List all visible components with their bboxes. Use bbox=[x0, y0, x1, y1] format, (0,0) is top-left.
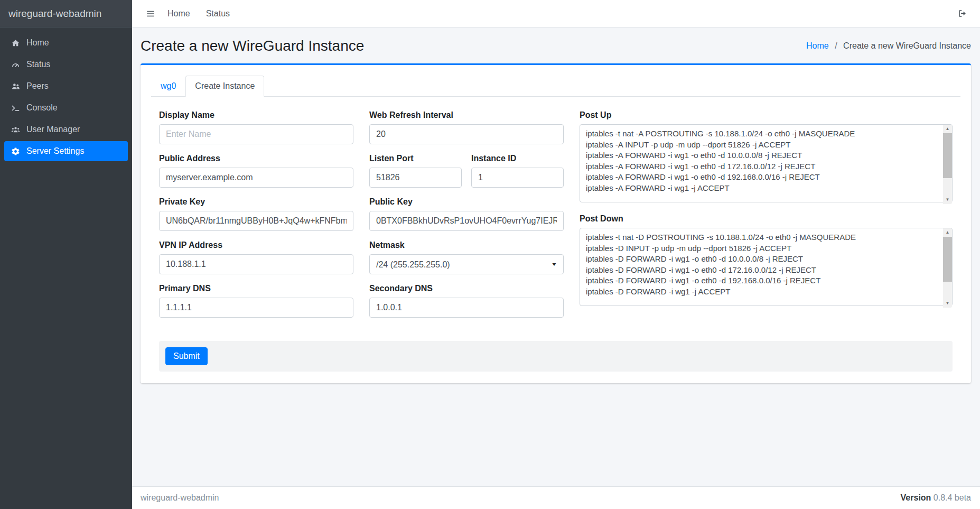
page-title: Create a new WireGuard Instance bbox=[141, 37, 364, 55]
display-name-label: Display Name bbox=[159, 110, 353, 120]
topnav-link-home[interactable]: Home bbox=[160, 6, 198, 22]
app-root: wireguard-webadmin Home Status Peers bbox=[0, 0, 980, 509]
sidebar-item-peers[interactable]: Peers bbox=[4, 76, 128, 96]
brand[interactable]: wireguard-webadmin bbox=[0, 0, 132, 27]
instance-id-label: Instance ID bbox=[471, 154, 564, 163]
scroll-down-icon[interactable]: ▼ bbox=[943, 196, 952, 204]
secondary-dns-group: Secondary DNS bbox=[369, 284, 564, 318]
sidebar-item-label: User Manager bbox=[26, 125, 80, 134]
breadcrumb-current: Create a new WireGuard Instance bbox=[843, 41, 971, 50]
web-refresh-group: Web Refresh Interval bbox=[369, 110, 564, 144]
sidebar-item-label: Server Settings bbox=[26, 146, 84, 156]
netmask-select-wrap: /24 (255.255.255.0) ▼ bbox=[369, 254, 564, 274]
post-down-wrap: iptables -t nat -D POSTROUTING -s 10.188… bbox=[580, 228, 953, 308]
primary-dns-field[interactable] bbox=[159, 298, 353, 318]
submit-bar: Submit bbox=[159, 341, 953, 372]
instance-id-group: Instance ID bbox=[471, 154, 564, 188]
tab-content: Display Name Public Address Private Key bbox=[151, 97, 960, 372]
netmask-label: Netmask bbox=[369, 240, 564, 250]
display-name-field[interactable] bbox=[159, 124, 353, 144]
gears-icon bbox=[10, 147, 21, 156]
netmask-select[interactable]: /24 (255.255.255.0) bbox=[369, 254, 564, 274]
breadcrumb-home-link[interactable]: Home bbox=[806, 41, 829, 50]
scroll-track[interactable] bbox=[943, 133, 952, 196]
sidebar-item-status[interactable]: Status bbox=[4, 54, 128, 75]
web-refresh-label: Web Refresh Interval bbox=[369, 110, 564, 120]
user-group-icon bbox=[10, 125, 21, 134]
private-key-group: Private Key bbox=[159, 197, 353, 231]
secondary-dns-field[interactable] bbox=[369, 298, 564, 318]
instance-card: wg0 Create Instance Display Name bbox=[141, 63, 971, 383]
sidebar: wireguard-webadmin Home Status Peers bbox=[0, 0, 132, 509]
post-up-field[interactable]: iptables -t nat -A POSTROUTING -s 10.188… bbox=[580, 124, 953, 202]
post-down-scrollbar[interactable]: ▲ ▼ bbox=[943, 228, 952, 308]
post-down-group: Post Down iptables -t nat -D POSTROUTING… bbox=[580, 214, 953, 308]
sidebar-item-server-settings[interactable]: Server Settings bbox=[4, 141, 128, 161]
tab-create-instance[interactable]: Create Instance bbox=[185, 76, 264, 97]
home-icon bbox=[10, 39, 21, 48]
public-key-label: Public Key bbox=[369, 197, 564, 207]
post-up-group: Post Up iptables -t nat -A POSTROUTING -… bbox=[580, 110, 953, 205]
port-id-row: Listen Port Instance ID bbox=[369, 154, 564, 197]
post-down-field[interactable]: iptables -t nat -D POSTROUTING -s 10.188… bbox=[580, 228, 953, 306]
display-name-group: Display Name bbox=[159, 110, 353, 144]
post-up-wrap: iptables -t nat -A POSTROUTING -s 10.188… bbox=[580, 124, 953, 205]
public-key-field[interactable] bbox=[369, 211, 564, 231]
primary-dns-group: Primary DNS bbox=[159, 284, 353, 318]
version-label: Version bbox=[901, 493, 931, 502]
topnav-link-status[interactable]: Status bbox=[198, 6, 238, 22]
listen-port-group: Listen Port bbox=[369, 154, 462, 188]
menu-icon[interactable] bbox=[142, 6, 160, 22]
content-wrapper: Create a new WireGuard Instance Home / C… bbox=[132, 27, 980, 486]
sidebar-item-label: Status bbox=[26, 60, 50, 69]
breadcrumb: Home / Create a new WireGuard Instance bbox=[806, 41, 971, 51]
gauge-icon bbox=[10, 60, 21, 69]
vpn-ip-group: VPN IP Address bbox=[159, 240, 353, 274]
public-address-field[interactable] bbox=[159, 168, 353, 188]
top-navbar: Home Status bbox=[132, 0, 980, 27]
footer-version: Version 0.8.4 beta bbox=[901, 493, 971, 503]
vpn-ip-label: VPN IP Address bbox=[159, 240, 353, 250]
peers-icon bbox=[10, 82, 21, 91]
post-up-label: Post Up bbox=[580, 110, 953, 120]
secondary-dns-label: Secondary DNS bbox=[369, 284, 564, 293]
logout-icon[interactable] bbox=[954, 5, 970, 22]
instance-tabs: wg0 Create Instance bbox=[151, 76, 960, 97]
sidebar-item-user-manager[interactable]: User Manager bbox=[4, 119, 128, 140]
scroll-down-icon[interactable]: ▼ bbox=[943, 299, 952, 308]
content-header: Create a new WireGuard Instance Home / C… bbox=[132, 27, 980, 55]
netmask-group: Netmask /24 (255.255.255.0) ▼ bbox=[369, 240, 564, 274]
main-column: Home Status Create a new WireGuard Insta… bbox=[132, 0, 980, 509]
listen-port-field[interactable] bbox=[369, 168, 462, 188]
instance-id-field[interactable] bbox=[471, 168, 564, 188]
listen-port-label: Listen Port bbox=[369, 154, 462, 163]
form-col-2: Web Refresh Interval Listen Port bbox=[369, 110, 564, 327]
public-key-group: Public Key bbox=[369, 197, 564, 231]
scroll-thumb[interactable] bbox=[943, 237, 952, 282]
vpn-ip-field[interactable] bbox=[159, 254, 353, 274]
private-key-label: Private Key bbox=[159, 197, 353, 207]
sidebar-item-home[interactable]: Home bbox=[4, 33, 128, 53]
scroll-track[interactable] bbox=[943, 237, 952, 299]
post-up-scrollbar[interactable]: ▲ ▼ bbox=[943, 125, 952, 204]
scroll-up-icon[interactable]: ▲ bbox=[943, 125, 952, 133]
version-value: 0.8.4 beta bbox=[934, 493, 971, 502]
public-address-label: Public Address bbox=[159, 154, 353, 163]
page-footer: wireguard-webadmin Version 0.8.4 beta bbox=[132, 486, 980, 509]
sidebar-item-console[interactable]: Console bbox=[4, 98, 128, 118]
private-key-field[interactable] bbox=[159, 211, 353, 231]
footer-brand: wireguard-webadmin bbox=[141, 493, 219, 503]
breadcrumb-separator: / bbox=[835, 41, 837, 50]
scroll-up-icon[interactable]: ▲ bbox=[943, 228, 952, 237]
sidebar-item-label: Console bbox=[26, 103, 58, 113]
form-col-1: Display Name Public Address Private Key bbox=[159, 110, 353, 327]
public-address-group: Public Address bbox=[159, 154, 353, 188]
scroll-thumb[interactable] bbox=[943, 133, 952, 178]
instance-form: Display Name Public Address Private Key bbox=[159, 110, 953, 327]
tab-wg0[interactable]: wg0 bbox=[151, 76, 185, 97]
sidebar-item-label: Peers bbox=[26, 81, 49, 91]
submit-button[interactable]: Submit bbox=[165, 347, 208, 365]
primary-dns-label: Primary DNS bbox=[159, 284, 353, 293]
card-body: wg0 Create Instance Display Name bbox=[141, 65, 971, 383]
web-refresh-field[interactable] bbox=[369, 124, 564, 144]
